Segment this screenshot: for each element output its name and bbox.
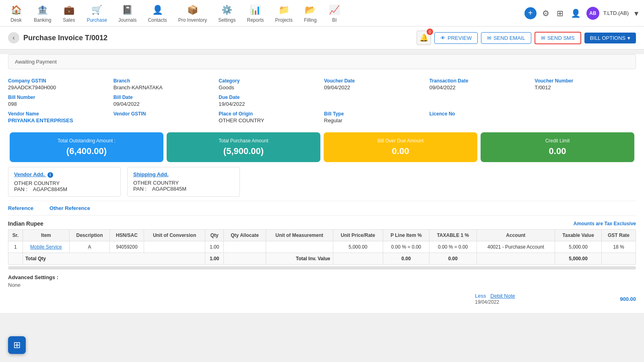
banking-icon: 🏦: [36, 4, 49, 16]
vendor-address-line1: OTHER COUNTRY: [14, 180, 115, 186]
vendor-address-box: Vendor Add. i OTHER COUNTRY PAN : AGAPC8…: [8, 167, 121, 197]
user-icon[interactable]: 👤: [569, 7, 582, 20]
col-taxable-value: Taxable Value: [555, 230, 602, 241]
col-gst-rate: GST Rate: [602, 230, 636, 241]
bill-date-label: Bill Date: [114, 95, 215, 100]
notification-button[interactable]: 🔔 0: [417, 31, 431, 45]
vendor-address-title[interactable]: Vendor Add. i: [14, 171, 115, 178]
nav-label-desk: Desk: [10, 17, 21, 23]
gear-icon[interactable]: ⚙: [541, 7, 551, 20]
bill-type-field: Bill Type Regular: [324, 111, 425, 123]
invoice-content: Awaiting Payment Company GSTIN 29AADCK79…: [0, 54, 644, 313]
debit-note-link[interactable]: Debit Note: [490, 293, 515, 299]
content-area: ‹ Purchase Invoice T/0012 🔔 0 👁 PREVIEW …: [0, 27, 644, 313]
grid-icon[interactable]: ⊞: [555, 7, 565, 20]
shipping-address-pan: PAN : AGAPC8845M: [133, 186, 234, 192]
amounts-note: Amounts are Tax Exclusive: [574, 221, 636, 226]
reports-icon: 📊: [249, 4, 262, 16]
bill-options-button[interactable]: BILL OPTIONS ▾: [584, 33, 636, 43]
nav-label-purchase: Purchase: [87, 17, 107, 23]
nav-item-filling[interactable]: 📂 Filling: [298, 1, 322, 25]
bell-icon: 🔔: [419, 33, 428, 42]
form-fields-row1: Company GSTIN 29AADCK7940H000 Branch Bra…: [8, 74, 636, 95]
send-email-button[interactable]: ✉ SEND EMAIL: [481, 32, 531, 44]
table-header-row: Indian Rupee Amounts are Tax Exclusive: [8, 220, 636, 227]
email-icon: ✉: [487, 35, 491, 41]
invoice-header-bar: ‹ Purchase Invoice T/0012 🔔 0 👁 PREVIEW …: [0, 27, 644, 49]
debit-note-label: Less Debit Note 19/04/2022: [475, 293, 515, 305]
nav-label-settings: Settings: [218, 17, 235, 23]
due-date-label: Due Date: [219, 95, 320, 100]
nav-label-bi: BI: [332, 17, 336, 23]
nav-item-reports[interactable]: 📊 Reports: [242, 1, 270, 25]
bill-over-due-card: Bill Over Due Amount 0.00: [324, 132, 477, 162]
col-taxable1: TAXABLE 1 %: [429, 230, 477, 241]
preview-icon: 👁: [440, 35, 446, 41]
nav-item-banking[interactable]: 🏦 Banking: [28, 1, 57, 25]
vendor-name-label: Vendor Name: [8, 111, 109, 117]
company-avatar: AB: [586, 7, 599, 20]
nav-item-bi[interactable]: 📈 BI: [322, 1, 347, 25]
nav-item-pro-inventory[interactable]: 📦 Pro Inventory: [173, 1, 213, 25]
total-qty-label: Total Qty: [23, 253, 205, 265]
add-button[interactable]: +: [524, 7, 537, 19]
transaction-date-value: 09/04/2022: [429, 84, 531, 90]
send-sms-button[interactable]: ✉ SEND SMS: [535, 32, 581, 44]
currency-label: Indian Rupee: [8, 220, 43, 227]
row-taxable1: 0.00 % = 0.00: [429, 241, 477, 253]
row-unit-conversion: [144, 241, 205, 253]
shipping-address-title[interactable]: Shipping Add.: [133, 171, 234, 177]
col-p-line-item: P Line Item %: [383, 230, 429, 241]
voucher-date-value: 09/04/2022: [324, 84, 425, 90]
table-scrollbar[interactable]: [8, 266, 636, 269]
row-sr: 1: [8, 241, 23, 253]
back-button[interactable]: ‹: [8, 32, 19, 43]
contacts-icon: 👤: [151, 4, 164, 16]
vendor-name-value[interactable]: PRIYANKA ENTERPRISES: [8, 117, 109, 123]
nav-item-contacts[interactable]: 👤 Contacts: [142, 1, 172, 25]
table-header: Sr. Item Description HSN/SAC Unit of Con…: [8, 230, 636, 241]
voucher-number-value: T/0012: [535, 84, 636, 90]
nav-item-purchase[interactable]: 🛒 Purchase: [81, 1, 113, 25]
nav-item-projects[interactable]: 📁 Projects: [270, 1, 298, 25]
total-qty-allocate: [224, 253, 266, 265]
nav-item-journals[interactable]: 📓 Journals: [113, 1, 142, 25]
nav-item-desk[interactable]: 🏠 Desk: [4, 1, 28, 25]
sales-icon: 💼: [62, 4, 75, 16]
nav-item-settings[interactable]: ⚙️ Settings: [213, 1, 241, 25]
table-section: Indian Rupee Amounts are Tax Exclusive S…: [8, 220, 636, 269]
row-taxable-value: 5,000.00: [555, 241, 602, 253]
form-fields-row3: Vendor Name PRIYANKA ENTERPRISES Vendor …: [8, 111, 636, 128]
total-qty-value: 1.00: [205, 253, 224, 265]
shipping-address-line1: OTHER COUNTRY: [133, 180, 234, 186]
invoice-table: Sr. Item Description HSN/SAC Unit of Con…: [8, 229, 636, 265]
bill-number-field: Bill Number 098: [8, 95, 109, 107]
category-value: Goods: [219, 84, 320, 90]
company-gstin-label: Company GSTIN: [8, 78, 109, 84]
nav-label-contacts: Contacts: [148, 17, 167, 23]
row-account: 40021 - Purchase Account: [477, 241, 555, 253]
chevron-down-icon: ▾: [627, 35, 630, 41]
nav-item-sales[interactable]: 💼 Sales: [57, 1, 81, 25]
due-date-value: 19/04/2022: [219, 101, 320, 107]
top-nav: 🏠 Desk 🏦 Banking 💼 Sales 🛒 Purchase 📓 Jo…: [0, 0, 644, 27]
advanced-settings: Advanced Settings : None: [8, 274, 636, 288]
row-item[interactable]: Mobile Service: [23, 241, 69, 253]
chevron-down-icon[interactable]: ▾: [633, 7, 640, 20]
total-outstanding-card: Total Outstanding Amount : (6,400.00): [10, 132, 163, 162]
settings-icon: ⚙️: [221, 4, 233, 16]
preview-button[interactable]: 👁 PREVIEW: [434, 32, 478, 44]
company-gstin-value: 29AADCK7940H000: [8, 84, 109, 90]
transaction-date-field: Transaction Date 09/04/2022: [429, 78, 531, 90]
voucher-date-field: Voucher Date 09/04/2022: [324, 78, 425, 90]
company-name[interactable]: T.LTD.(AB): [603, 10, 629, 16]
col-account: Account: [477, 230, 555, 241]
projects-icon: 📁: [277, 4, 290, 16]
awaiting-status-text: Awaiting Payment: [15, 59, 57, 65]
debit-note-row: Less Debit Note 19/04/2022 900.00: [475, 293, 636, 305]
total-taxable1: 0.00: [429, 253, 477, 265]
advanced-settings-title: Advanced Settings :: [8, 274, 58, 280]
col-unit-conversion: Unit of Conversion: [144, 230, 205, 241]
total-inv-label: Total Inv. Value: [266, 253, 333, 265]
address-row: Vendor Add. i OTHER COUNTRY PAN : AGAPC8…: [8, 167, 636, 197]
